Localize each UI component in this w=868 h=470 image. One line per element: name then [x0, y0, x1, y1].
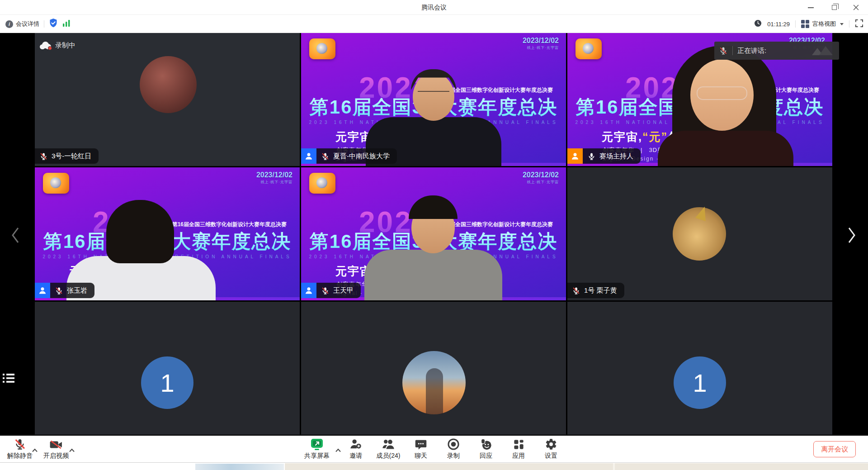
fullscreen-button[interactable]: [855, 19, 863, 29]
participant-name: 王天甲: [333, 286, 354, 295]
participant-name: 1号 栗子黄: [584, 286, 617, 295]
start-video-button[interactable]: 开启视频: [40, 438, 72, 461]
participant-silhouette: [301, 167, 566, 300]
participant-nametag: 张玉岩: [35, 283, 94, 298]
settings-button[interactable]: 设置: [538, 438, 564, 461]
video-tile[interactable]: 1: [567, 302, 832, 435]
minimize-button[interactable]: [800, 0, 821, 15]
apps-grid-icon: [513, 438, 525, 451]
video-tile[interactable]: 1号 栗子黄: [567, 167, 832, 300]
speaking-label: 正在讲话:: [737, 47, 766, 55]
mic-options-chevron[interactable]: [32, 446, 38, 454]
host-badge-icon: [567, 148, 583, 164]
invite-button[interactable]: 邀请: [343, 438, 369, 461]
muted-mic-icon: [39, 152, 48, 161]
participant-nametag: 1号 栗子黄: [567, 283, 624, 298]
window-titlebar: 腾讯会议: [0, 0, 868, 15]
info-icon: i: [5, 20, 13, 28]
participant-avatar: 1: [141, 356, 193, 409]
participant-name: 3号-一轮红日: [52, 152, 91, 161]
participant-name: 赛场主持人: [599, 152, 633, 161]
participant-nametag: 夏晋-中南民族大学: [301, 148, 397, 164]
share-screen-icon: [310, 438, 324, 451]
record-button[interactable]: 录制: [440, 438, 467, 461]
camera-off-icon: [49, 438, 63, 451]
divider: [849, 20, 849, 28]
chat-button[interactable]: 聊天: [408, 438, 434, 461]
meeting-details-button[interactable]: i 会议详情: [5, 20, 39, 28]
participant-nametag: 3号-一轮红日: [35, 148, 99, 164]
share-screen-button[interactable]: 共享屏幕: [304, 438, 330, 461]
meeting-timer: 01:11:29: [767, 21, 790, 28]
background-thumbnail: [195, 464, 284, 470]
gear-icon: [545, 438, 557, 451]
video-tile[interactable]: 2023/12/02线上·线下·元宇宙 2023 2023第16届全国三维数字化…: [301, 33, 566, 166]
muted-mic-icon: [719, 46, 728, 55]
previous-page-arrow[interactable]: [6, 225, 24, 245]
divider: [795, 20, 796, 28]
member-badge-icon: [301, 148, 316, 164]
watermark-logo-icon: [808, 44, 835, 57]
clock-icon: [754, 19, 762, 29]
participant-avatar: [402, 351, 466, 414]
camera-options-chevron[interactable]: [69, 446, 75, 454]
network-signal-icon[interactable]: [62, 19, 71, 29]
video-tile[interactable]: 2023/12/02线上·线下·元宇宙 2023 2023第16届全国三维数字化…: [35, 167, 300, 300]
members-button[interactable]: 成员(24): [375, 438, 401, 461]
security-shield-icon[interactable]: [49, 18, 58, 30]
window-title: 腾讯会议: [0, 0, 868, 15]
muted-mic-icon: [572, 286, 580, 295]
grid-view-icon: [801, 20, 809, 28]
muted-mic-icon: [321, 286, 330, 295]
apps-button[interactable]: 应用: [505, 438, 532, 461]
participant-nametag: 赛场主持人: [567, 148, 641, 164]
video-tile[interactable]: 1: [35, 302, 300, 435]
view-mode-dropdown[interactable]: 宫格视图: [801, 20, 844, 28]
participant-name: 张玉岩: [67, 286, 87, 295]
speaking-indicator-panel: 正在讲话:: [714, 42, 839, 60]
close-button[interactable]: [845, 0, 866, 15]
video-grid: 3号-一轮红日 录制中 2023/12/02线上·线下·元宇宙 2023 202…: [0, 33, 868, 436]
mic-icon: [587, 152, 596, 161]
share-options-chevron[interactable]: [335, 446, 341, 454]
participant-avatar: [673, 207, 726, 261]
video-tile[interactable]: 2023/12/02线上·线下·元宇宙 2023 2023第16届全国三维数字化…: [301, 167, 566, 300]
cloud-record-icon: [40, 42, 52, 49]
members-icon: [382, 438, 395, 451]
video-tile[interactable]: 3号-一轮红日: [35, 33, 300, 166]
participant-name: 夏晋-中南民族大学: [333, 152, 390, 161]
meeting-toolbar: i 会议详情 01:11:29 宫格视图: [0, 15, 868, 33]
record-icon: [447, 438, 460, 451]
divider: [44, 20, 44, 28]
participant-avatar: 1: [674, 356, 726, 409]
invite-person-icon: [349, 438, 362, 451]
participant-silhouette: [301, 33, 566, 166]
reaction-hand-smiley-icon: [480, 438, 492, 451]
participant-silhouette: [35, 167, 300, 300]
chevron-down-icon: [840, 23, 844, 25]
participant-avatar: [140, 56, 197, 113]
member-badge-icon: [301, 283, 316, 298]
chat-bubble-icon: [415, 438, 427, 451]
maximize-button[interactable]: [824, 0, 844, 15]
participant-nametag: 王天甲: [301, 283, 361, 298]
leave-meeting-button[interactable]: 离开会议: [813, 441, 856, 457]
list-panel-icon[interactable]: [3, 374, 16, 385]
video-tile[interactable]: [301, 302, 566, 435]
member-badge-icon: [35, 283, 50, 298]
meeting-controls-bar: 解除静音 开启视频 共享屏幕 邀请: [0, 436, 868, 462]
background-window-sliver: [0, 462, 868, 470]
recording-indicator[interactable]: 录制中: [40, 41, 75, 50]
muted-mic-icon: [14, 438, 26, 451]
reactions-button[interactable]: 回应: [473, 438, 499, 461]
muted-mic-icon: [55, 286, 63, 295]
muted-mic-icon: [321, 152, 330, 161]
next-page-arrow[interactable]: [843, 225, 861, 245]
